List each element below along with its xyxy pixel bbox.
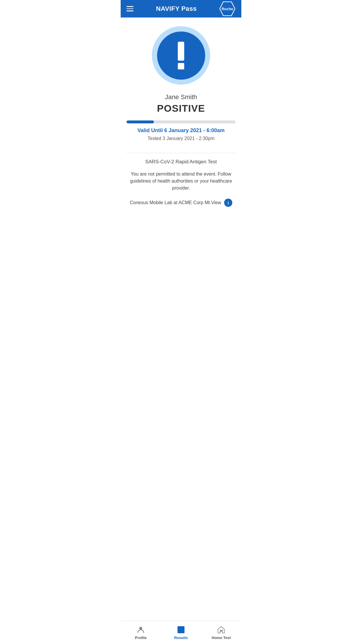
info-button[interactable]: i	[224, 199, 232, 207]
alert-icon-inner	[157, 32, 205, 80]
roche-logo: Roche	[219, 1, 236, 16]
user-name: Jane Smith	[165, 93, 197, 101]
location-row: Conexus Mobile Lab at ACME Corp Mt.View …	[130, 199, 232, 207]
message-text: You are not permitted to attend the even…	[126, 171, 236, 192]
alert-icon-wrapper	[152, 26, 210, 85]
info-icon-label: i	[228, 201, 229, 205]
progress-bar-fill	[126, 120, 154, 123]
menu-button[interactable]	[126, 6, 133, 11]
exclamation-bar	[178, 42, 184, 61]
main-content: Jane Smith POSITIVE Valid Until 6 Januar…	[121, 18, 241, 236]
app-title: NAVIFY Pass	[156, 5, 196, 13]
location-text: Conexus Mobile Lab at ACME Corp Mt.View	[130, 200, 221, 205]
test-type-text: SARS-CoV-2 Rapid Antigen Test	[145, 159, 217, 165]
valid-until-text: Valid Until 6 January 2021 - 6:00am	[137, 127, 224, 134]
app-header: NAVIFY Pass Roche	[121, 0, 241, 18]
exclamation-dot	[178, 63, 184, 69]
status-label: POSITIVE	[157, 103, 205, 114]
progress-bar-container	[126, 120, 236, 123]
roche-logo-text: Roche	[222, 7, 233, 11]
tested-date-text: Tested 3 January 2021 - 2:30pm	[147, 136, 214, 141]
divider	[126, 153, 236, 153]
